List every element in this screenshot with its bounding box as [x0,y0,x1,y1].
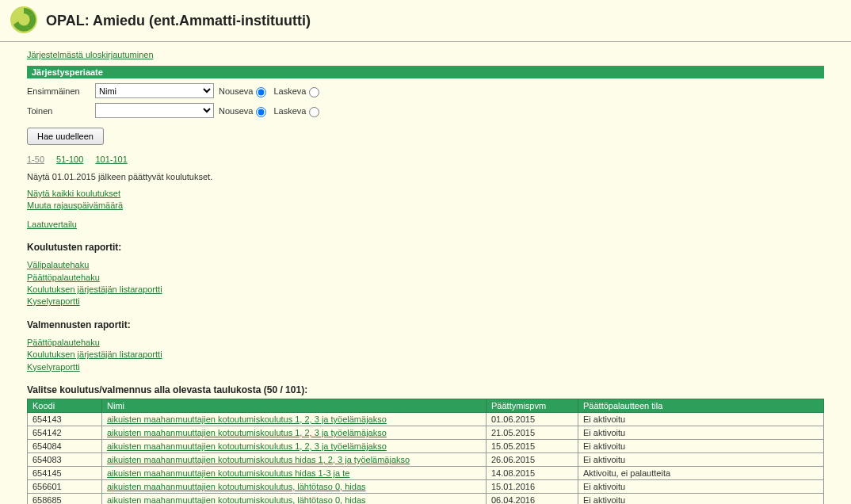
valmennus-reports-heading: Valmennusten raportit: [27,319,824,330]
sort-second-row: Toinen Nouseva Laskeva [27,103,824,118]
sort-second-asc-label: Nouseva [219,106,253,116]
col-tila: Päättöpalautteen tila [578,399,824,412]
cell-tila: Ei aktivoitu [578,439,824,452]
pager-link-3[interactable]: 101-101 [95,155,127,164]
show-all-link[interactable]: Näytä kaikki koulutukset [27,188,824,200]
course-link[interactable]: aikuisten maahanmuuttajien kotoutumiskou… [107,468,349,478]
cell-nimi: aikuisten maahanmuuttajien kotoutumiskou… [102,412,487,426]
table-heading: Valitse koulutus/valmennus alla olevasta… [27,384,824,395]
pager-link-1[interactable]: 1-50 [27,155,44,164]
app-header: OPAL: Amiedu (ent.Ammatti-instituutti) [0,0,851,42]
cell-koodi: 654145 [28,466,102,479]
col-paatty: Päättymispvm [487,399,578,412]
cell-nimi: aikuisten maahanmuuttajien kotoutumiskou… [102,466,487,479]
cell-paatty: 15.01.2016 [487,479,578,493]
page-title: OPAL: Amiedu (ent.Ammatti-instituutti) [46,13,311,29]
pager-link-2[interactable]: 51-100 [56,155,83,164]
koulutus-reports-heading: Koulutusten raportit: [27,242,824,253]
table-row: 654142aikuisten maahanmuuttajien kotoutu… [28,426,824,439]
cell-koodi: 654083 [28,452,102,466]
sort-first-desc-label: Laskeva [273,86,306,96]
course-link[interactable]: aikuisten maahanmuuttajien kotoutumiskou… [107,441,387,451]
sort-second-desc-radio[interactable] [309,107,319,117]
change-date-link[interactable]: Muuta rajauspäivämäärä [27,200,824,212]
cell-paatty: 26.06.2015 [487,452,578,466]
cell-tila: Ei aktivoitu [578,493,824,504]
search-again-button[interactable]: Hae uudelleen [27,128,104,145]
sort-second-select[interactable] [95,103,214,118]
table-row: 654143aikuisten maahanmuuttajien kotoutu… [28,412,824,426]
paattopalaute-link[interactable]: Päättöpalautehaku [27,272,824,284]
valmennus-paattopalaute-link[interactable]: Päättöpalautehaku [27,337,824,349]
valipalaute-link[interactable]: Välipalautehaku [27,259,824,271]
cell-koodi: 658685 [28,493,102,504]
app-logo-icon [8,5,40,36]
valmennus-listaraportti-link[interactable]: Koulutuksen järjestäjän listaraportti [27,349,824,361]
valmennus-kyselyraportti-link[interactable]: Kyselyraportti [27,361,824,373]
cell-koodi: 654084 [28,439,102,452]
quality-compare-link[interactable]: Laatuvertailu [27,219,824,231]
sort-first-desc-radio[interactable] [309,87,319,97]
cell-tila: Ei aktivoitu [578,426,824,439]
cell-nimi: aikuisten maahanmuuttajien kotoutumiskou… [102,493,487,504]
date-filter-info: Näytä 01.01.2015 jälkeen päättyvät koulu… [27,172,824,181]
cell-nimi: aikuisten maahanmuuttajien kotoutumiskou… [102,439,487,452]
sort-second-desc-label: Laskeva [273,106,306,116]
logout-link[interactable]: Järjestelmästä uloskirjautuminen [27,50,154,59]
table-row: 654145aikuisten maahanmuuttajien kotoutu… [28,466,824,479]
course-link[interactable]: aikuisten maahanmuuttajien kotoutumiskou… [107,495,366,504]
sort-first-label: Ensimmäinen [27,86,95,96]
course-table: Koodi Nimi Päättymispvm Päättöpalautteen… [27,399,824,504]
cell-paatty: 15.05.2015 [487,439,578,452]
cell-nimi: aikuisten maahanmuuttajien kotoutumiskou… [102,452,487,466]
cell-paatty: 14.08.2015 [487,466,578,479]
course-link[interactable]: aikuisten maahanmuuttajien kotoutumiskou… [107,428,387,437]
col-nimi: Nimi [102,399,487,412]
cell-koodi: 654142 [28,426,102,439]
cell-koodi: 654143 [28,412,102,426]
sort-second-label: Toinen [27,106,95,116]
course-link[interactable]: aikuisten maahanmuuttajien kotoutumiskou… [107,482,366,491]
course-link[interactable]: aikuisten maahanmuuttajien kotoutumiskou… [107,455,410,464]
listaraportti-link[interactable]: Koulutuksen järjestäjän listaraportti [27,284,824,296]
cell-tila: Ei aktivoitu [578,452,824,466]
cell-nimi: aikuisten maahanmuuttajien kotoutumiskou… [102,426,487,439]
table-row: 658685aikuisten maahanmuuttajien kotoutu… [28,493,824,504]
table-row: 654083aikuisten maahanmuuttajien kotoutu… [28,452,824,466]
sort-first-asc-label: Nouseva [219,86,253,96]
pager: 1-50 51-100 101-101 [27,155,824,164]
sort-first-select[interactable]: Nimi [95,83,214,98]
sort-first-row: Ensimmäinen Nimi Nouseva Laskeva [27,83,824,98]
col-koodi: Koodi [28,399,102,412]
sort-second-asc-radio[interactable] [256,107,266,117]
cell-paatty: 06.04.2016 [487,493,578,504]
table-row: 654084aikuisten maahanmuuttajien kotoutu… [28,439,824,452]
sort-first-asc-radio[interactable] [256,87,266,97]
cell-paatty: 21.05.2015 [487,426,578,439]
cell-tila: Ei aktivoitu [578,479,824,493]
cell-paatty: 01.06.2015 [487,412,578,426]
cell-nimi: aikuisten maahanmuuttajien kotoutumiskou… [102,479,487,493]
kyselyraportti-link[interactable]: Kyselyraportti [27,296,824,307]
course-link[interactable]: aikuisten maahanmuuttajien kotoutumiskou… [107,414,387,424]
cell-tila: Aktivoitu, ei palautteita [578,466,824,479]
cell-tila: Ei aktivoitu [578,412,824,426]
table-row: 656601aikuisten maahanmuuttajien kotoutu… [28,479,824,493]
cell-koodi: 656601 [28,479,102,493]
sort-section-title: Järjestysperiaate [27,66,824,78]
